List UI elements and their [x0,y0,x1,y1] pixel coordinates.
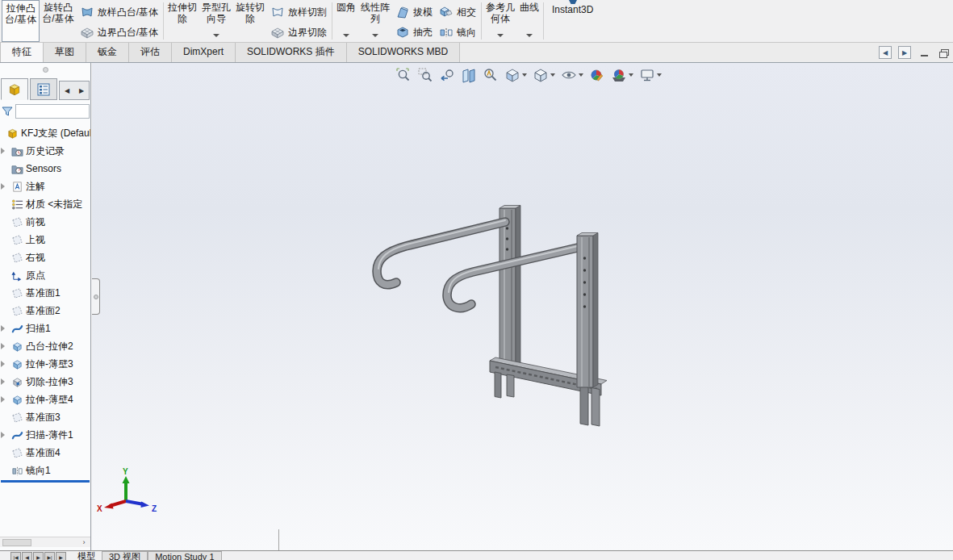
panel-tabs-scroll-left-button[interactable]: ◀ [65,87,69,94]
expander-icon[interactable] [1,343,5,349]
revolved-cut-button[interactable]: 旋转切 除 [233,0,267,42]
ribbon-group-reference: 参考几 何体 曲线 [482,0,543,42]
expander-icon[interactable] [1,396,5,403]
feature-manager-tree-tab[interactable] [1,78,28,100]
hole-wizard-dropdown-icon[interactable] [213,34,219,37]
tab-solidworks-addins[interactable]: SOLIDWORKS 插件 [236,43,347,62]
draft-button[interactable]: 拔模 [395,5,433,19]
motion-nav-buttons: |◀ ◀ ▶ ▶| ▶ [10,552,66,560]
tree-item-top-plane[interactable]: 上视 [0,231,90,249]
instant3d-button[interactable]: Instant3D [545,0,600,42]
graphics-viewport[interactable]: Y X Z [92,63,953,550]
tree-item-extrude-thin4[interactable]: 拉伸-薄壁4 [0,391,90,408]
shell-button[interactable]: 抽壳 [395,25,433,40]
panel-tab-scroll: ◀ ▶ [59,81,90,100]
boundary-cut-icon [270,25,285,40]
scrollbar-thumb[interactable] [2,539,31,546]
tree-item-plane1[interactable]: 基准面1 [0,284,90,302]
reference-geometry-button[interactable]: 参考几 何体 [483,0,517,42]
hole-wizard-button[interactable]: 异型孔 向导 [199,0,233,42]
linear-pattern-button[interactable]: 线性阵 列 [358,0,392,42]
bottom-tab-bar: |◀ ◀ ▶ ▶| ▶ 模型 3D 视图 Motion Study 1 [0,550,953,560]
lofted-boss-base-button[interactable]: 放样凸台/基体 [80,5,158,19]
extruded-cut-button[interactable]: 拉伸切 除 [165,0,199,42]
model-rear-handrail [377,220,505,285]
tree-item-part-name[interactable]: KFJ支架 (Default [0,124,90,142]
tree-item-annotations[interactable]: 注解 [0,178,90,195]
restore-document-button[interactable] [937,46,950,59]
tab-sketch[interactable]: 草图 [44,43,86,62]
tab-3d-views[interactable]: 3D 视图 [102,551,148,560]
tab-sheet-metal[interactable]: 钣金 [86,43,129,62]
tree-item-origin[interactable]: 原点 [0,266,90,284]
tree-item-material[interactable]: 材质 <未指定 [0,195,90,213]
tree-item-cut-extrude3[interactable]: 切除-拉伸3 [0,373,90,391]
material-icon [11,199,23,211]
fillet-dropdown-icon[interactable] [343,34,349,37]
boundary-boss-icon [80,25,94,40]
linear-pattern-dropdown-icon[interactable] [372,34,378,37]
curves-button[interactable]: 曲线 [517,0,541,42]
lofted-cut-button[interactable]: 放样切割 [270,5,327,19]
tab-motion-study-1[interactable]: Motion Study 1 [148,551,221,560]
previous-frame-button[interactable]: ◀ [22,552,32,560]
expander-icon[interactable] [1,361,5,367]
tree-item-extrude-thin3[interactable]: 拉伸-薄壁3 [0,355,90,373]
boundary-boss-base-button[interactable]: 边界凸台/基体 [80,25,158,40]
feature-tree-filter-input[interactable] [15,104,90,119]
scroll-tabs-left-button[interactable]: ◀ [879,46,892,59]
panel-grip-dot[interactable] [43,67,48,73]
fillet-button[interactable]: 圆角 [334,0,358,42]
boundary-cut-button[interactable]: 边界切除 [270,25,327,40]
revolved-boss-base-button[interactable]: 旋转凸 台/基体 [40,0,76,42]
next-frame-button[interactable]: ▶ [56,552,66,560]
tree-item-plane4[interactable]: 基准面4 [0,444,90,462]
tree-item-right-plane[interactable]: 右视 [0,249,90,266]
rollback-bar[interactable] [1,480,90,483]
tree-item-front-plane[interactable]: 前视 [0,213,90,231]
intersect-button[interactable]: 相交 [439,5,476,19]
feature-tree: KFJ支架 (Default 历史记录 Sensors 注解 材质 <未指定 前… [0,124,90,479]
model-rear-post [499,206,520,368]
extruded-boss-base-button[interactable]: 拉伸凸 台/基体 [2,0,40,42]
model-kfj-bracket[interactable]: Y X Z [92,63,953,550]
expander-icon[interactable] [1,325,5,332]
expander-icon[interactable] [1,432,5,438]
property-manager-tab[interactable] [30,78,57,100]
tree-item-plane3[interactable]: 基准面3 [0,408,90,426]
panel-horizontal-scrollbar[interactable]: › [0,537,90,547]
expander-icon[interactable] [1,148,5,154]
tab-model[interactable]: 模型 [71,551,102,560]
plane-icon [11,252,23,264]
history-folder-icon [11,145,23,157]
tab-solidworks-mbd[interactable]: SOLIDWORKS MBD [347,43,460,62]
expander-icon[interactable] [1,183,5,190]
tree-item-plane2[interactable]: 基准面2 [0,302,90,320]
panel-tabs-scroll-right-button[interactable]: ▶ [79,87,84,94]
tree-item-history[interactable]: 历史记录 [0,142,90,160]
tree-item-sweep1[interactable]: 扫描1 [0,320,90,337]
mirror-button[interactable]: 镜向 [439,25,476,40]
tree-item-mirror1[interactable]: 镜向1 [0,462,90,479]
triad-y-label: Y [123,467,128,476]
tab-features[interactable]: 特征 [0,43,44,62]
jump-to-start-button[interactable]: |◀ [10,552,21,560]
tree-item-sweep-thin1[interactable]: 扫描-薄件1 [0,426,90,444]
extrude-icon [11,358,23,370]
play-button[interactable]: ▶ [33,552,44,560]
scroll-tabs-right-button[interactable]: ▶ [898,46,911,59]
ribbon-group-boss: 拉伸凸 台/基体 旋转凸 台/基体 放样凸台/基体 边界凸台/基体 [0,0,163,42]
plane-icon [11,234,23,246]
tree-item-boss-extrude2[interactable]: 凸台-拉伸2 [0,337,90,355]
scrollbar-right-arrow[interactable]: › [79,537,89,547]
tab-dimxpert[interactable]: DimXpert [172,43,236,62]
origin-icon [11,270,23,282]
curves-dropdown-icon[interactable] [526,34,533,37]
draft-icon [395,5,410,19]
expander-icon[interactable] [1,378,5,385]
minimize-document-button[interactable] [917,46,930,59]
reference-geometry-dropdown-icon[interactable] [497,34,504,37]
jump-to-end-button[interactable]: ▶| [44,552,55,560]
tree-item-sensors[interactable]: Sensors [0,160,90,178]
tab-evaluate[interactable]: 评估 [129,43,172,62]
